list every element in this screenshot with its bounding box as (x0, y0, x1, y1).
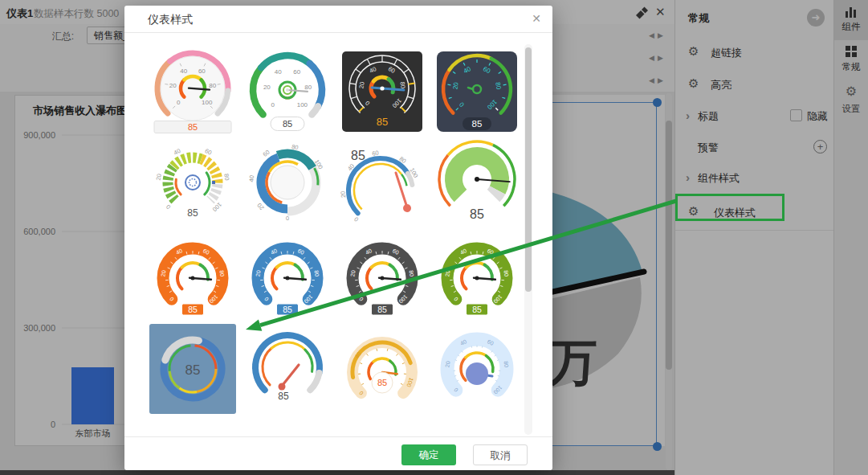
ok-button[interactable]: 确定 (401, 444, 456, 465)
svg-text:85: 85 (470, 207, 484, 221)
gauge-style-option-soft-blue[interactable]: 020406080100 (434, 324, 520, 414)
svg-text:85: 85 (187, 207, 198, 219)
gauge-style-option-ring-flat-selected[interactable]: 85 (149, 324, 236, 414)
gauge-style-option-dark-neon[interactable]: 02040608010085 (434, 47, 520, 137)
gauge-thumbnail-art: 85 (149, 324, 236, 414)
svg-text:20: 20 (339, 190, 347, 198)
gauge-thumbnail-art: 85 (244, 324, 331, 414)
gauge-thumbnail-art: 02040608010085 (149, 231, 236, 321)
gauge-thumbnail-art: 85 (434, 139, 520, 229)
svg-text:80: 80 (503, 270, 510, 277)
svg-text:0: 0 (271, 101, 275, 109)
dialog-footer: 确定 取消 (124, 436, 552, 470)
svg-text:60: 60 (293, 68, 300, 76)
gauge-thumbnail-art: 02040608010085 (434, 231, 520, 321)
svg-text:85: 85 (351, 149, 365, 162)
svg-text:60: 60 (198, 68, 206, 75)
dialog-title: 仪表样式 (148, 13, 193, 27)
app-screen: 仪表1 数据样本行数 5000 ✕ 汇总: 销售额_ ◀▶ ◀▶ ◀▶ 市场销售… (0, 0, 868, 475)
gauge-style-option-arc-red-needle[interactable]: 85 (244, 324, 331, 414)
gauge-thumbnail-art: 02040608010085 (434, 47, 520, 137)
gauge-thumbnail-art: 04010085 (339, 324, 426, 414)
svg-text:80: 80 (222, 173, 230, 181)
gauge-style-option-green-donut[interactable]: 85 (434, 139, 520, 229)
svg-text:0: 0 (352, 215, 360, 223)
gauge-style-option-arch-dark[interactable]: 02040608010085 (339, 231, 426, 321)
svg-text:40: 40 (275, 68, 282, 76)
svg-text:85: 85 (188, 122, 198, 132)
gauge-style-option-offset-rings[interactable]: 020406080100 (244, 139, 331, 229)
svg-text:20: 20 (256, 202, 266, 211)
gauge-thumbnail-art: 02040608010085 (149, 139, 236, 229)
dialog-header: 仪表样式 ✕ (124, 6, 552, 33)
svg-text:80: 80 (398, 81, 406, 89)
svg-text:100: 100 (297, 101, 308, 109)
svg-text:80: 80 (291, 143, 299, 152)
gauge-thumbnail-art: 02040608010085 (339, 47, 426, 137)
svg-text:80: 80 (409, 270, 415, 277)
close-icon[interactable]: ✕ (532, 12, 541, 25)
svg-text:85: 85 (283, 305, 292, 314)
svg-text:85: 85 (377, 305, 387, 314)
svg-text:20: 20 (155, 173, 163, 181)
annotation-highlight-box (675, 194, 784, 221)
svg-text:20: 20 (444, 270, 450, 277)
gauge-thumbnail-art: 85020406080100 (339, 139, 426, 229)
gauge-style-grid: 0204060801008502040608010085020406080100… (149, 47, 520, 414)
gauge-style-option-segment-dial[interactable]: 02040608010085 (149, 139, 236, 229)
gauge-style-option-thin-arc[interactable]: 85020406080100 (339, 139, 426, 229)
svg-text:0: 0 (286, 215, 289, 222)
svg-text:20: 20 (349, 270, 356, 277)
gauge-style-option-soft-cream[interactable]: 04010085 (339, 324, 426, 414)
gauge-thumbnail-art: 02040608010085 (149, 47, 236, 137)
svg-text:40: 40 (247, 175, 255, 182)
svg-text:85: 85 (472, 305, 482, 314)
svg-text:0: 0 (177, 99, 181, 106)
svg-text:20: 20 (255, 270, 261, 277)
svg-text:60: 60 (262, 149, 271, 158)
gauge-style-option-arch-green[interactable]: 02040608010085 (434, 231, 520, 321)
svg-text:85: 85 (185, 362, 201, 378)
svg-text:80: 80 (314, 270, 320, 277)
svg-text:100: 100 (202, 99, 213, 106)
svg-text:85: 85 (278, 391, 289, 402)
gauge-thumbnail-art: 02040608010085 (339, 231, 426, 321)
gauge-style-option-dark-dial[interactable]: 02040608010085 (339, 47, 426, 137)
cancel-button[interactable]: 取消 (473, 444, 528, 465)
svg-text:85: 85 (377, 116, 388, 128)
gauge-style-option-fresh-ring[interactable]: 02040608010085 (244, 47, 331, 137)
svg-text:85: 85 (472, 119, 483, 129)
svg-text:85: 85 (188, 305, 198, 314)
gauge-style-option-arch-blue[interactable]: 02040608010085 (244, 231, 331, 321)
gauge-thumbnail-art: 02040608010085 (244, 231, 331, 321)
svg-text:20: 20 (160, 270, 166, 277)
dialog-scrollbar-thumb[interactable] (525, 47, 532, 292)
gauge-style-option-light-classic[interactable]: 02040608010085 (149, 47, 236, 137)
svg-text:60: 60 (372, 149, 380, 158)
svg-text:20: 20 (357, 81, 365, 89)
svg-text:0: 0 (165, 203, 172, 211)
svg-text:80: 80 (209, 82, 216, 89)
gauge-thumbnail-art: 020406080100 (434, 324, 520, 414)
svg-text:40: 40 (180, 68, 187, 75)
gauge-style-dialog: 仪表样式 ✕ 020406080100850204060801008502040… (124, 6, 552, 470)
svg-text:85: 85 (283, 119, 292, 129)
svg-text:20: 20 (263, 84, 271, 91)
svg-text:80: 80 (219, 270, 226, 277)
svg-text:20: 20 (444, 361, 450, 368)
svg-text:20: 20 (169, 82, 177, 89)
gauge-thumbnail-art: 020406080100 (244, 139, 331, 229)
gauge-thumbnail-art: 02040608010085 (244, 47, 331, 137)
svg-text:80: 80 (304, 84, 312, 91)
svg-text:85: 85 (377, 378, 387, 387)
gauge-style-option-arch-orange[interactable]: 02040608010085 (149, 231, 236, 321)
svg-text:80: 80 (503, 361, 510, 368)
